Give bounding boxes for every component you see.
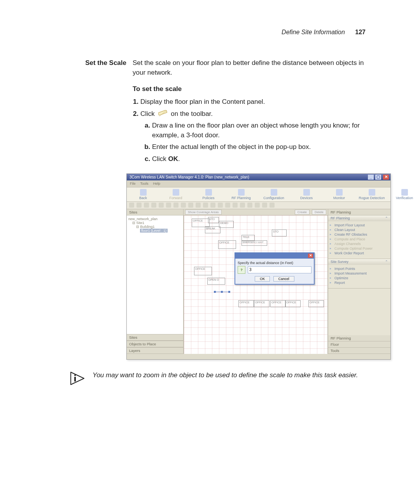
tool-icon[interactable] xyxy=(255,203,260,208)
monitor-button[interactable]: Monitor xyxy=(323,187,355,201)
section-name: Define Site Information xyxy=(282,29,345,35)
tree-root[interactable]: new_network_plan xyxy=(128,217,182,221)
compute-place-link: Compute and Place xyxy=(330,237,389,242)
tool-icon[interactable] xyxy=(270,203,275,208)
tool-icon[interactable] xyxy=(188,203,193,208)
work-order-link[interactable]: Work Order Report xyxy=(330,251,389,256)
distance-input[interactable] xyxy=(248,266,312,273)
scale-handle[interactable] xyxy=(221,291,223,293)
tool-icon[interactable] xyxy=(203,203,208,208)
tool-icon[interactable] xyxy=(166,203,171,208)
configuration-button[interactable]: Configuration xyxy=(257,187,290,201)
info-note: You may want to zoom in the object to be… xyxy=(93,371,358,380)
tool-icon[interactable] xyxy=(233,203,238,208)
tool-icon[interactable] xyxy=(240,203,245,208)
svg-rect-4 xyxy=(74,377,76,382)
menu-help[interactable]: Help xyxy=(153,182,161,186)
tool-icon[interactable] xyxy=(196,203,201,208)
status-tools[interactable]: Tools xyxy=(328,348,390,354)
step-2a: Draw a line on the floor plan over an ob… xyxy=(152,121,366,140)
tool-icon[interactable] xyxy=(144,203,149,208)
minimize-button[interactable]: _ xyxy=(368,175,374,180)
status-rf[interactable]: RF Planning xyxy=(328,335,390,341)
tool-icon[interactable] xyxy=(218,203,223,208)
tool-icon[interactable] xyxy=(151,203,156,208)
room-label: BREAK xyxy=(205,226,220,233)
delete-button: Delete xyxy=(312,210,326,215)
status-floor[interactable]: Floor xyxy=(328,341,390,348)
rf-planning-button[interactable]: RF Planning xyxy=(225,187,257,201)
scale-handle[interactable] xyxy=(228,291,230,293)
step-2b: Enter the actual length of the object in… xyxy=(152,142,366,152)
running-header: Define Site Information 127 xyxy=(282,29,366,36)
tool-icon[interactable] xyxy=(173,203,178,208)
step-2: Click on the toolbar. Draw a line on the… xyxy=(140,109,366,164)
rf-planning-title: RF Planning xyxy=(328,209,390,215)
app-title: 3Com Wireless LAN Switch Manager 4.1.0: … xyxy=(128,175,367,179)
create-rf-obstacles-link[interactable]: Create RF Obstacles xyxy=(330,232,389,237)
tool-icon[interactable] xyxy=(129,203,134,208)
room-label: OFFICE xyxy=(238,300,254,307)
floorplan-canvas[interactable]: OFFICE STO DEMO BREAK STO OFFICE TELE EM… xyxy=(184,215,328,354)
tree-site[interactable]: ⊟ Site1 xyxy=(128,221,182,225)
room-label: OFFICE xyxy=(270,300,286,307)
svg-marker-2 xyxy=(71,372,84,385)
menu-bar: File Tools Help xyxy=(127,180,390,187)
titlebar: 3Com Wireless LAN Switch Manager 4.1.0: … xyxy=(127,174,390,180)
menu-file[interactable]: File xyxy=(130,182,136,186)
tool-icon[interactable] xyxy=(181,203,186,208)
clean-layout-link[interactable]: Clean Layout xyxy=(330,228,389,232)
intro-paragraph: Set the scale on your floor plan to bett… xyxy=(133,58,366,77)
policies-button[interactable]: Policies xyxy=(192,187,225,201)
devices-button[interactable]: Devices xyxy=(290,187,323,201)
info-icon xyxy=(70,371,86,386)
room-label: OFFICE xyxy=(192,219,210,227)
room-label: STO xyxy=(208,217,219,223)
rogue-detection-button[interactable]: Rogue Detection xyxy=(355,187,388,201)
status-bar xyxy=(127,354,390,359)
canvas-toolbar: Show Coverage Areas Create Delete xyxy=(184,209,328,215)
tool-icon[interactable] xyxy=(225,203,230,208)
page-number: 127 xyxy=(355,29,366,35)
room-label: OFFICE xyxy=(194,267,212,275)
compute-optimal-link: Compute Optimal Power xyxy=(330,246,389,251)
import-floor-layout-link[interactable]: Import Floor Layout xyxy=(330,223,389,228)
cancel-button[interactable]: Cancel xyxy=(273,276,294,282)
tool-icon[interactable] xyxy=(262,203,267,208)
site-survey-group[interactable]: Site Survey⌃ xyxy=(328,259,390,265)
scale-handle[interactable] xyxy=(214,291,216,293)
layers-tab[interactable]: Layers xyxy=(127,347,183,354)
step-1: Display the floor plan in the Content pa… xyxy=(140,97,366,107)
import-points-link[interactable]: Import Points xyxy=(330,266,389,271)
menu-tools[interactable]: Tools xyxy=(140,182,149,186)
back-button[interactable]: Back xyxy=(127,187,159,201)
maximize-button[interactable]: ▢ xyxy=(375,175,381,180)
report-link[interactable]: Report xyxy=(330,280,389,285)
tool-icon[interactable] xyxy=(210,203,215,208)
import-measurement-link[interactable]: Import Measurement xyxy=(330,271,389,276)
tree-building[interactable]: ⊟ Building1 xyxy=(128,225,182,229)
sites-tab[interactable]: Sites xyxy=(127,334,183,341)
distance-popup: ✕ Specify the actual distance (in Feet) … xyxy=(234,252,315,285)
tree-floor[interactable]: floor1 (Level : 1) xyxy=(128,229,182,233)
room-label: OFFICE xyxy=(254,300,270,307)
tool-icon[interactable] xyxy=(136,203,142,208)
sites-panel-header: Sites xyxy=(127,209,183,215)
room-label: DEMO xyxy=(219,221,234,228)
tool-icon[interactable] xyxy=(159,203,164,208)
sites-tree[interactable]: new_network_plan ⊟ Site1 ⊟ Building1 flo… xyxy=(127,215,183,334)
create-button: Create xyxy=(295,210,310,215)
assign-channels-link: Assign Channels xyxy=(330,242,389,246)
step-2c: Click OK. xyxy=(152,154,366,164)
ok-button[interactable]: OK xyxy=(255,276,270,282)
verification-button[interactable]: Verification xyxy=(388,187,420,201)
app-screenshot: 3Com Wireless LAN Switch Manager 4.1.0: … xyxy=(126,173,391,360)
rf-planning-group[interactable]: RF Planning⌃ xyxy=(328,215,390,221)
objects-to-place-tab[interactable]: Objects to Place xyxy=(127,341,183,347)
show-coverage-button[interactable]: Show Coverage Areas xyxy=(185,210,222,215)
popup-close-button[interactable]: ✕ xyxy=(308,254,313,258)
optimize-link[interactable]: Optimize xyxy=(330,276,389,280)
close-button[interactable]: ✕ xyxy=(383,175,389,180)
procedure-list: Display the floor plan in the Content pa… xyxy=(133,97,366,164)
tool-icon[interactable] xyxy=(247,203,252,208)
